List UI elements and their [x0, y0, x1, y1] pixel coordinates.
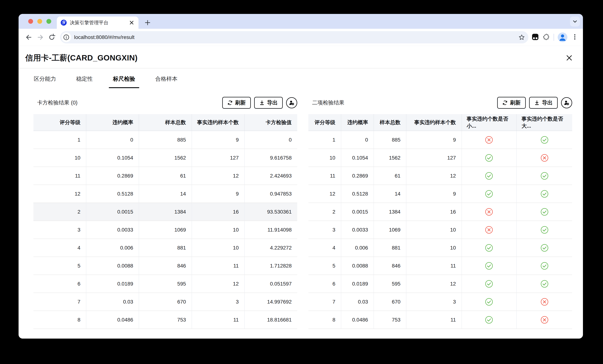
- browser-tab[interactable]: 决策引擎管理平台: [57, 16, 139, 29]
- table-row[interactable]: 70.03670314.997692: [34, 293, 297, 311]
- column-settings-button[interactable]: [561, 97, 572, 108]
- tab-2[interactable]: 稳定性: [72, 68, 97, 89]
- tab-3-active[interactable]: 标尺检验: [109, 68, 139, 89]
- bookmark-star-icon[interactable]: [518, 33, 526, 41]
- table-row[interactable]: 60.0189595120.051597: [34, 275, 297, 293]
- status-cell: [462, 221, 517, 239]
- status-cell: [516, 311, 572, 329]
- table-row[interactable]: 100.10541562127: [308, 149, 572, 167]
- value-cell: 11.914098: [244, 221, 297, 239]
- table-row[interactable]: 110.286961122.424693: [34, 167, 297, 185]
- value-cell: 5: [308, 257, 341, 275]
- refresh-button[interactable]: 刷新: [497, 97, 526, 109]
- fail-icon: [485, 136, 493, 144]
- status-cell: [516, 293, 572, 311]
- value-cell: 0.1054: [341, 149, 374, 167]
- pass-icon: [485, 154, 493, 162]
- export-button[interactable]: 导出: [254, 97, 283, 109]
- value-cell: 1: [34, 131, 86, 149]
- column-settings-button[interactable]: [286, 97, 297, 108]
- close-window-button[interactable]: [28, 19, 33, 24]
- new-tab-button[interactable]: [143, 18, 153, 28]
- value-cell: 0.2869: [86, 167, 139, 185]
- pass-icon: [485, 280, 493, 288]
- table-row[interactable]: 70.036703: [308, 293, 572, 311]
- value-cell: 885: [139, 131, 192, 149]
- value-cell: 127: [406, 149, 462, 167]
- value-cell: 4: [308, 239, 341, 257]
- status-cell: [516, 131, 572, 149]
- value-cell: 14: [374, 185, 406, 203]
- table-row[interactable]: 30.0033106910: [308, 221, 572, 239]
- table-row[interactable]: 120.5128149: [308, 185, 572, 203]
- refresh-button[interactable]: 刷新: [222, 97, 251, 109]
- value-cell: 5: [34, 257, 86, 275]
- value-cell: 6: [308, 275, 341, 293]
- column-header: 事实违约个数是否小...: [462, 114, 517, 131]
- extension-app-icon[interactable]: [532, 34, 539, 41]
- table-row[interactable]: 30.003310691011.914098: [34, 221, 297, 239]
- page-content: 信用卡-工薪(CARD_GONGXIN) 区分能力稳定性标尺检验合格样本 卡方检…: [19, 46, 583, 339]
- value-cell: 0.03: [341, 293, 374, 311]
- table-row[interactable]: 110.28696112: [308, 167, 572, 185]
- column-header: 事实违约样本个数: [406, 114, 462, 131]
- url-text[interactable]: localhost:8080/#/mv/result: [74, 34, 518, 40]
- value-cell: 127: [192, 149, 244, 167]
- close-page-button[interactable]: [565, 54, 573, 62]
- value-cell: 0.0189: [341, 275, 374, 293]
- table-row[interactable]: 20.001513841693.530361: [34, 203, 297, 221]
- extensions-puzzle-icon[interactable]: [543, 33, 550, 41]
- value-cell: 2: [34, 203, 86, 221]
- value-cell: 12: [34, 185, 86, 203]
- table-row[interactable]: 50.008884611: [308, 257, 572, 275]
- table-row[interactable]: 100.105415621279.616758: [34, 149, 297, 167]
- table-row[interactable]: 1088590: [34, 131, 297, 149]
- fail-icon: [485, 226, 493, 234]
- value-cell: 2.424693: [244, 167, 297, 185]
- binomial-panel: 二项检验结果 刷新: [308, 96, 572, 339]
- panel-title: 卡方检验结果 (0): [34, 99, 78, 106]
- value-cell: 1562: [139, 149, 192, 167]
- table-row[interactable]: 40.00688110: [308, 239, 572, 257]
- status-cell: [462, 203, 517, 221]
- value-cell: 0.0015: [341, 203, 374, 221]
- table-row[interactable]: 80.048675311: [308, 311, 572, 329]
- forward-button[interactable]: [36, 33, 45, 42]
- value-cell: 1562: [374, 149, 406, 167]
- value-cell: 1: [308, 131, 341, 149]
- value-cell: 14.997692: [244, 293, 297, 311]
- table-row[interactable]: 80.04867531118.816681: [34, 311, 297, 329]
- value-cell: 3: [406, 293, 462, 311]
- value-cell: 11: [192, 257, 244, 275]
- tab-search-button[interactable]: [570, 16, 580, 26]
- address-bar[interactable]: localhost:8080/#/mv/result: [60, 31, 528, 43]
- column-header: 事实违约个数是否大...: [516, 114, 572, 131]
- site-info-icon[interactable]: [61, 33, 71, 42]
- table-row[interactable]: 50.0088846111.712828: [34, 257, 297, 275]
- profile-avatar[interactable]: [558, 33, 567, 42]
- column-header: 评分等级: [308, 114, 341, 131]
- tab-4[interactable]: 合格样本: [151, 68, 182, 89]
- panel-title: 二项检验结果: [308, 99, 344, 106]
- value-cell: 9: [192, 185, 244, 203]
- tab-1[interactable]: 区分能力: [30, 68, 60, 89]
- table-row[interactable]: 120.51281490.947853: [34, 185, 297, 203]
- table-row[interactable]: 20.0015138416: [308, 203, 572, 221]
- export-button[interactable]: 导出: [529, 97, 558, 109]
- column-header: 样本总数: [139, 114, 192, 131]
- table-row[interactable]: 40.006881104.229272: [34, 239, 297, 257]
- tab-title: 决策引擎管理平台: [70, 20, 128, 26]
- back-button[interactable]: [24, 33, 33, 42]
- reload-button[interactable]: [47, 33, 56, 42]
- value-cell: 18.816681: [244, 311, 297, 329]
- table-row[interactable]: 60.018959512: [308, 275, 572, 293]
- table-row[interactable]: 108859: [308, 131, 572, 149]
- value-cell: 10: [192, 239, 244, 257]
- status-cell: [516, 275, 572, 293]
- fullscreen-window-button[interactable]: [46, 19, 51, 24]
- tab-close-icon[interactable]: [128, 20, 135, 26]
- browser-menu-icon[interactable]: [571, 33, 579, 41]
- minimize-window-button[interactable]: [37, 19, 42, 24]
- pass-icon: [485, 190, 493, 198]
- pass-icon: [485, 297, 493, 306]
